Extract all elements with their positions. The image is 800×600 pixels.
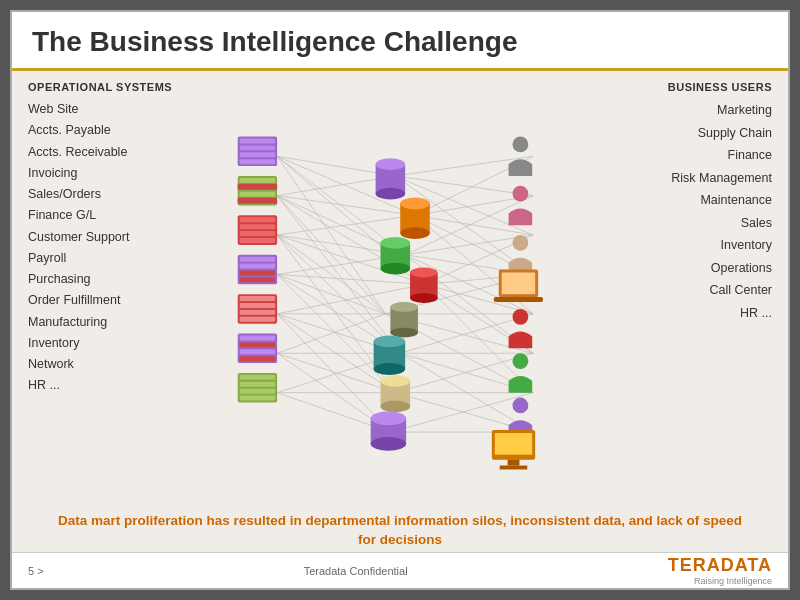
- svg-point-102: [376, 158, 406, 170]
- svg-rect-67: [240, 139, 275, 144]
- svg-rect-72: [240, 178, 275, 183]
- svg-rect-80: [240, 238, 275, 243]
- svg-line-10: [277, 196, 400, 354]
- operational-list-item: Inventory: [28, 333, 218, 354]
- operational-list-item: Network: [28, 354, 218, 375]
- business-user-list-item: Supply Chain: [612, 122, 772, 145]
- svg-rect-83: [240, 264, 275, 269]
- svg-rect-75: [238, 198, 277, 204]
- operational-list-item: Sales/Orders: [28, 184, 218, 205]
- server-icon-3: [238, 215, 277, 245]
- db-cylinder-7: [381, 375, 411, 412]
- server-icon-1: [238, 137, 277, 167]
- svg-point-108: [381, 237, 411, 249]
- svg-point-131: [513, 309, 529, 325]
- svg-point-103: [376, 188, 406, 200]
- svg-rect-129: [502, 272, 535, 294]
- user-icon-3: [509, 235, 533, 274]
- svg-line-14: [277, 235, 385, 314]
- business-users-column: BUSINESS USERS MarketingSupply ChainFina…: [612, 81, 772, 527]
- operational-list-item: Payroll: [28, 248, 218, 269]
- svg-point-111: [410, 268, 438, 278]
- business-user-list-item: Marketing: [612, 99, 772, 122]
- svg-rect-78: [240, 224, 275, 229]
- operational-list-item: Accts. Payable: [28, 120, 218, 141]
- svg-rect-68: [240, 145, 275, 150]
- business-users-list: MarketingSupply ChainFinanceRisk Managem…: [612, 99, 772, 324]
- svg-point-133: [513, 398, 529, 414]
- server-icon-4: [238, 255, 277, 285]
- confidential-label: Teradata Confidential: [304, 565, 408, 577]
- network-diagram: [218, 81, 612, 527]
- svg-line-26: [277, 314, 390, 432]
- business-user-list-item: Risk Management: [612, 167, 772, 190]
- server-icon-6: [238, 334, 277, 364]
- svg-line-9: [277, 196, 385, 314]
- operational-list-item: Customer Support: [28, 227, 218, 248]
- slide-number: 5 >: [28, 565, 44, 577]
- business-user-list-item: Inventory: [612, 234, 772, 257]
- business-users-label: BUSINESS USERS: [612, 81, 772, 93]
- svg-point-126: [513, 186, 529, 202]
- svg-rect-87: [240, 296, 275, 301]
- business-user-list-item: Maintenance: [612, 189, 772, 212]
- svg-rect-73: [238, 184, 277, 190]
- laptop-icon-1: [494, 270, 543, 303]
- svg-rect-70: [240, 159, 275, 164]
- logo-name: TERADATA: [668, 555, 772, 576]
- slide-footer: 5 > Teradata Confidential TERADATA Raisi…: [12, 552, 788, 588]
- logo-tagline: Raising Intelligence: [694, 576, 772, 586]
- svg-rect-137: [500, 466, 528, 470]
- svg-point-132: [513, 353, 529, 369]
- footer-message: Data mart proliferation has resulted in …: [12, 512, 788, 550]
- svg-point-114: [390, 302, 418, 312]
- svg-rect-79: [240, 231, 275, 236]
- svg-point-121: [381, 401, 411, 413]
- db-cylinder-1: [376, 158, 406, 199]
- operational-list-item: HR ...: [28, 375, 218, 396]
- svg-point-120: [381, 375, 411, 387]
- svg-rect-97: [240, 375, 275, 380]
- center-diagram: [218, 81, 612, 527]
- svg-point-106: [400, 227, 430, 239]
- svg-line-35: [395, 176, 533, 196]
- svg-rect-95: [240, 356, 275, 361]
- svg-point-125: [513, 137, 529, 153]
- teradata-logo: TERADATA Raising Intelligence: [668, 555, 772, 586]
- server-icon-5: [238, 294, 277, 324]
- svg-point-112: [410, 293, 438, 303]
- operational-list-item: Accts. Receivable: [28, 142, 218, 163]
- svg-rect-93: [240, 342, 275, 347]
- db-cylinder-2: [400, 198, 430, 239]
- svg-point-117: [374, 336, 406, 348]
- svg-rect-77: [240, 217, 275, 222]
- svg-line-4: [277, 156, 385, 314]
- svg-rect-85: [240, 277, 275, 282]
- db-cylinder-8: [371, 411, 406, 450]
- operational-list-item: Order Fulfillment: [28, 290, 218, 311]
- db-cylinder-4: [410, 268, 438, 303]
- db-cylinder-3: [381, 237, 411, 274]
- svg-rect-82: [240, 257, 275, 262]
- svg-rect-69: [240, 152, 275, 157]
- svg-rect-136: [508, 460, 520, 466]
- content-area: OPERATIONAL SYSTEMS Web SiteAccts. Payab…: [12, 71, 788, 537]
- server-icon-7: [238, 373, 277, 403]
- svg-point-118: [374, 363, 406, 375]
- business-user-list-item: Finance: [612, 144, 772, 167]
- svg-point-109: [381, 263, 411, 275]
- svg-rect-90: [240, 317, 275, 322]
- operational-items-list: Web SiteAccts. PayableAccts. ReceivableI…: [28, 99, 218, 397]
- operational-systems-column: OPERATIONAL SYSTEMS Web SiteAccts. Payab…: [28, 81, 218, 527]
- desktop-icon-1: [492, 430, 535, 469]
- db-cylinder-6: [374, 336, 406, 375]
- user-icon-1: [509, 137, 533, 176]
- svg-rect-89: [240, 310, 275, 315]
- svg-rect-99: [240, 389, 275, 394]
- svg-rect-94: [240, 349, 275, 354]
- operational-list-item: Web Site: [28, 99, 218, 120]
- operational-list-item: Invoicing: [28, 163, 218, 184]
- server-icon-2: [238, 176, 277, 206]
- svg-rect-84: [240, 271, 275, 276]
- slide: The Business Intelligence Challenge OPER…: [10, 10, 790, 590]
